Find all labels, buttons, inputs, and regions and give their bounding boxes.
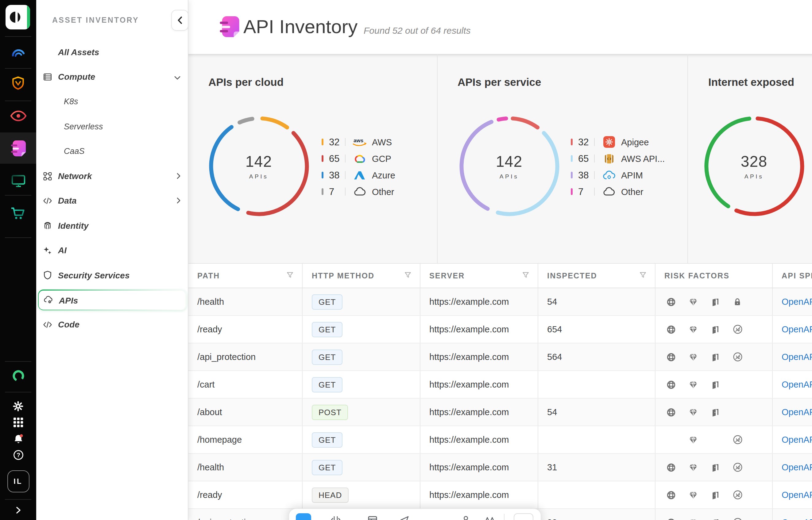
legend-label: AWS: [372, 137, 392, 147]
filter-icon[interactable]: [287, 271, 293, 280]
columns-icon[interactable]: [331, 515, 341, 520]
notifications-icon: [13, 433, 24, 444]
rail-item-radar-arcs[interactable]: [2, 37, 34, 67]
send-icon[interactable]: [399, 515, 409, 520]
app-logo[interactable]: [5, 5, 30, 29]
legend-color: [570, 188, 573, 195]
user-avatar[interactable]: IL: [0, 470, 36, 492]
rail-item-gear[interactable]: [0, 400, 36, 412]
chart-card: Internet exposed 328APIs: [687, 54, 812, 263]
sidebar-collapse-button[interactable]: [171, 10, 188, 31]
toolbar-primary-button[interactable]: [296, 513, 311, 520]
internet-exposed-icon: [667, 352, 676, 362]
rail-item-question[interactable]: ?: [0, 449, 36, 460]
rail-expand-button[interactable]: [0, 505, 36, 515]
sidebar-item-identity[interactable]: Identity: [36, 213, 188, 238]
toolbar-more-button[interactable]: [514, 513, 533, 520]
filter-icon: [639, 271, 646, 278]
sidebar-item-apis[interactable]: APIs: [38, 289, 186, 310]
rail-item-ring-green[interactable]: [0, 369, 36, 383]
sidebar-item-data[interactable]: Data: [36, 188, 188, 213]
chart-card: APIs per cloud 142APIs 32 aws AWS 65 GCP…: [188, 54, 437, 263]
cell-path: /api_protection: [188, 343, 302, 370]
chart-legend: 32 aws AWS 65 GCP 38 Azure 7: [321, 134, 395, 200]
table-row[interactable]: /health GET https://example.com 31 OpenA…: [188, 454, 812, 482]
openapi-link[interactable]: OpenAPI: [782, 490, 812, 500]
peaks-icon[interactable]: [484, 515, 495, 520]
legend-value: 7: [578, 186, 594, 197]
chart-card: APIs per service 142APIs 32 Apigee 65 AW…: [437, 54, 687, 263]
sidebar-item-all-assets[interactable]: All Assets: [36, 40, 188, 64]
chart-legend: 32 Apigee 65 AWS API... 38 APIM: [570, 134, 665, 200]
table-row[interactable]: /ready GET https://example.com 654 OpenA…: [188, 316, 812, 343]
sidebar-item-network[interactable]: Network: [36, 164, 188, 188]
rail-item-eye-red[interactable]: [2, 101, 34, 130]
rail-item-cart-teal[interactable]: [2, 199, 34, 228]
openapi-link[interactable]: OpenAPI: [782, 380, 812, 389]
filter-icon[interactable]: [522, 271, 529, 280]
filter-icon[interactable]: [404, 271, 411, 280]
rail-item-shield-orange[interactable]: [2, 69, 34, 98]
sidebar-item-k8s[interactable]: K8s: [36, 89, 188, 114]
gear-icon: [13, 401, 23, 411]
sidebar-item-compute[interactable]: Compute: [36, 65, 188, 89]
table-row[interactable]: /ready HEAD https://example.com OpenAPI: [188, 482, 812, 509]
cloud-icon: [603, 187, 615, 196]
sensitive-data-icon: [689, 325, 698, 334]
code-icon: [43, 320, 52, 329]
openapi-link[interactable]: OpenAPI: [782, 435, 812, 445]
donut-unit: APIs: [744, 173, 764, 180]
legend-value: 65: [578, 153, 594, 164]
cell-risk-factors: [655, 316, 772, 343]
api-doc-icon: [219, 15, 240, 38]
chevron-left-icon: [177, 17, 182, 24]
legend-value: 65: [329, 153, 345, 164]
user-icon[interactable]: [461, 515, 471, 520]
chart-title: APIs per service: [458, 76, 541, 89]
rail-item-monitor-green[interactable]: [2, 166, 34, 196]
openapi-link[interactable]: OpenAPI: [782, 407, 812, 417]
gcp-icon: [353, 153, 366, 164]
method-badge: GET: [312, 349, 343, 365]
method-badge: GET: [312, 377, 343, 392]
cell-path: /ready: [188, 482, 302, 508]
sidebar-item-serverless[interactable]: Serverless: [36, 114, 188, 138]
cell-api-spec: OpenAPI: [772, 371, 812, 398]
table-row[interactable]: /health GET https://example.com 54 OpenA…: [188, 288, 812, 316]
column-header-http-method: HTTP METHOD: [302, 264, 420, 288]
openapi-link[interactable]: OpenAPI: [782, 352, 812, 362]
table-row[interactable]: /api_protection GET https://example.com …: [188, 343, 812, 371]
sensitive-data-icon: [689, 297, 698, 306]
table-icon[interactable]: [368, 515, 377, 520]
internet-exposed-icon: [667, 463, 676, 472]
azure-icon: [354, 170, 365, 180]
filter-icon[interactable]: [639, 271, 646, 280]
owasp-icon: [733, 518, 742, 520]
chevron-down-icon: [174, 76, 180, 80]
method-badge: GET: [312, 432, 343, 447]
rail-item-bell[interactable]: [0, 433, 36, 444]
sidebar-item-ai[interactable]: AI: [36, 238, 188, 262]
sidebar-item-code[interactable]: Code: [36, 312, 188, 337]
sidebar-item-security-services[interactable]: Security Services: [36, 263, 188, 287]
table-row[interactable]: /homepage GET https://example.com OpenAP…: [188, 426, 812, 454]
rail-item-grid[interactable]: [0, 417, 36, 428]
openapi-link[interactable]: OpenAPI: [782, 462, 812, 472]
cell-api-spec: OpenAPI: [772, 288, 812, 315]
method-badge: GET: [312, 460, 343, 475]
legend-color: [570, 172, 573, 178]
sidebar-item-caas[interactable]: CaaS: [36, 139, 188, 163]
method-badge: GET: [312, 322, 343, 337]
column-header-inspected: INSPECTED: [538, 264, 655, 288]
legend-row: 65 AWS API...: [570, 150, 665, 167]
rail-item-api-doc-pink[interactable]: [2, 133, 34, 163]
openapi-link[interactable]: OpenAPI: [782, 324, 812, 334]
owasp-icon: [733, 462, 742, 472]
sensitive-data-icon: [689, 463, 698, 472]
charts-band: APIs per cloud 142APIs 32 aws AWS 65 GCP…: [188, 54, 812, 263]
legend-row: 32 aws AWS: [321, 134, 395, 150]
table-row[interactable]: /about POST https://example.com 54 OpenA…: [188, 398, 812, 426]
table-row[interactable]: /cart GET https://example.com OpenAPI: [188, 371, 812, 398]
openapi-link[interactable]: OpenAPI: [782, 297, 812, 307]
openapi-link[interactable]: OpenAPI: [782, 518, 812, 520]
